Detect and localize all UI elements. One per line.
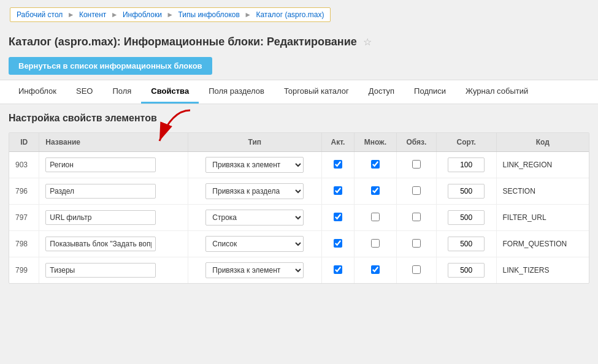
type-select[interactable]: Список	[205, 236, 304, 252]
tab-access[interactable]: Доступ	[359, 80, 404, 104]
table-row: 796Привязка к разделаSECTION	[9, 178, 589, 205]
cell-sort[interactable]	[436, 152, 496, 178]
active-checkbox[interactable]	[334, 160, 342, 169]
cell-required[interactable]	[396, 178, 436, 205]
toolbar: Вернуться в список информационных блоков	[0, 52, 598, 80]
cell-multiple[interactable]	[354, 178, 396, 205]
sort-input[interactable]	[448, 263, 485, 278]
cell-sort[interactable]	[436, 178, 496, 205]
sort-input[interactable]	[448, 210, 485, 225]
cell-required[interactable]	[396, 152, 436, 178]
tab-infoblock[interactable]: Инфоблок	[9, 80, 66, 104]
multiple-checkbox[interactable]	[371, 239, 380, 248]
cell-required[interactable]	[396, 257, 436, 284]
active-checkbox[interactable]	[334, 186, 342, 195]
table-row: 797СтрокаFILTER_URL	[9, 205, 589, 231]
cell-multiple[interactable]	[354, 231, 396, 257]
breadcrumb-item-4[interactable]: Типы инфоблоков	[178, 10, 239, 19]
type-select[interactable]: Привязка к раздела	[205, 183, 304, 199]
active-checkbox[interactable]	[334, 239, 342, 248]
tab-seo[interactable]: SEO	[66, 80, 102, 104]
multiple-checkbox[interactable]	[371, 186, 380, 195]
col-header-id: ID	[9, 133, 39, 152]
cell-code: SECTION	[496, 178, 589, 205]
tab-properties[interactable]: Свойства	[141, 80, 199, 104]
col-header-name: Название	[39, 133, 188, 152]
type-select[interactable]: Привязка к элемент	[205, 157, 304, 173]
cell-type[interactable]: Привязка к элемент	[188, 152, 321, 178]
col-header-multiple: Множ.	[354, 133, 396, 152]
cell-name[interactable]	[39, 257, 188, 284]
cell-code: FORM_QUESTION	[496, 231, 589, 257]
multiple-checkbox[interactable]	[371, 265, 380, 274]
cell-code: FILTER_URL	[496, 205, 589, 231]
cell-name[interactable]	[39, 231, 188, 257]
cell-required[interactable]	[396, 231, 436, 257]
cell-id: 799	[9, 257, 39, 284]
required-checkbox[interactable]	[412, 213, 421, 221]
properties-table: ID Название Тип Акт. Множ. Обяз. Сорт. К…	[9, 132, 589, 284]
sort-input[interactable]	[448, 157, 485, 172]
breadcrumb-item-5[interactable]: Каталог (aspro.max)	[256, 10, 324, 19]
cell-id: 797	[9, 205, 39, 231]
table-row: 798СписокFORM_QUESTION	[9, 231, 589, 257]
cell-multiple[interactable]	[354, 205, 396, 231]
tab-subscriptions[interactable]: Подписи	[404, 80, 456, 104]
col-header-active: Акт.	[321, 133, 354, 152]
cell-multiple[interactable]	[354, 152, 396, 178]
cell-sort[interactable]	[436, 205, 496, 231]
cell-name[interactable]	[39, 178, 188, 205]
sort-input[interactable]	[448, 237, 485, 251]
name-input[interactable]	[45, 263, 156, 278]
required-checkbox[interactable]	[412, 239, 421, 248]
col-header-sort: Сорт.	[436, 133, 496, 152]
tab-fields[interactable]: Поля	[102, 80, 141, 104]
type-select[interactable]: Привязка к элемент	[205, 262, 304, 278]
active-checkbox[interactable]	[334, 265, 342, 274]
active-checkbox[interactable]	[334, 213, 342, 221]
required-checkbox[interactable]	[412, 160, 421, 169]
tab-trade[interactable]: Торговый каталог	[274, 80, 359, 104]
name-input[interactable]	[45, 210, 156, 225]
cell-type[interactable]: Строка	[188, 205, 321, 231]
name-input[interactable]	[45, 157, 156, 172]
cell-type[interactable]: Список	[188, 231, 321, 257]
tab-section-fields[interactable]: Поля разделов	[199, 80, 274, 104]
cell-active[interactable]	[321, 178, 354, 205]
cell-active[interactable]	[321, 152, 354, 178]
multiple-checkbox[interactable]	[371, 160, 380, 169]
type-select[interactable]: Строка	[205, 210, 304, 226]
breadcrumb-item-2[interactable]: Контент	[79, 10, 106, 19]
cell-name[interactable]	[39, 205, 188, 231]
star-icon[interactable]: ☆	[363, 36, 372, 48]
tabs-container: Инфоблок SEO Поля Свойства Поля разделов…	[0, 80, 598, 104]
name-input[interactable]	[45, 184, 156, 199]
breadcrumb-item-3[interactable]: Инфоблоки	[123, 10, 162, 19]
cell-type[interactable]: Привязка к раздела	[188, 178, 321, 205]
cell-code: LINK_TIZERS	[496, 257, 589, 284]
table-row: 903Привязка к элементLINK_REGION	[9, 152, 589, 178]
tab-events[interactable]: Журнал событий	[456, 80, 538, 104]
cell-active[interactable]	[321, 231, 354, 257]
content: Настройка свойств элементов ID Название …	[0, 104, 598, 292]
back-button[interactable]: Вернуться в список информационных блоков	[9, 57, 212, 75]
cell-sort[interactable]	[436, 231, 496, 257]
cell-active[interactable]	[321, 257, 354, 284]
cell-name[interactable]	[39, 152, 188, 178]
breadcrumb-item-1[interactable]: Рабочий стол	[17, 10, 63, 19]
cell-type[interactable]: Привязка к элемент	[188, 257, 321, 284]
cell-required[interactable]	[396, 205, 436, 231]
cell-id: 798	[9, 231, 39, 257]
required-checkbox[interactable]	[412, 265, 421, 274]
cell-active[interactable]	[321, 205, 354, 231]
table-row: 799Привязка к элементLINK_TIZERS	[9, 257, 589, 284]
sort-input[interactable]	[448, 184, 485, 199]
name-input[interactable]	[45, 237, 156, 251]
cell-sort[interactable]	[436, 257, 496, 284]
multiple-checkbox[interactable]	[371, 213, 380, 221]
cell-multiple[interactable]	[354, 257, 396, 284]
required-checkbox[interactable]	[412, 186, 421, 195]
col-header-code: Код	[496, 133, 589, 152]
page-header: Каталог (aspro.max): Информационные блок…	[0, 29, 598, 52]
col-header-type: Тип	[188, 133, 321, 152]
